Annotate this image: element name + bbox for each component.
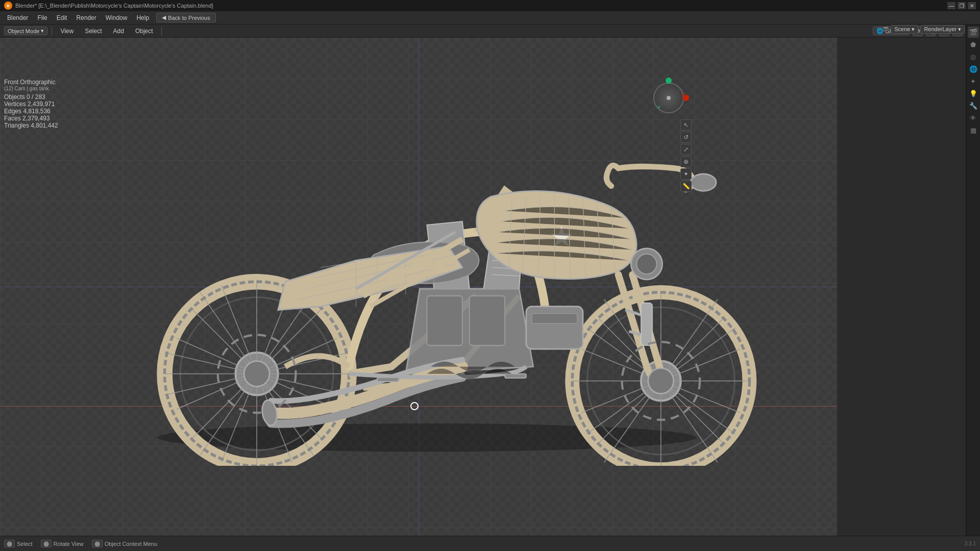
properties-icons-panel: 🎬 ⬟ ◎ 🌐 ✦ 💡 🔧 👁 ▦ (966, 24, 980, 536)
svg-rect-65 (505, 374, 526, 378)
close-button[interactable]: ✕ (968, 2, 976, 9)
bottom-toolbar: ⬤ Select ⬤ Rotate View ⬤ Object Context … (0, 536, 980, 551)
window-title: Blender* [E:\_Blender\Publish\Motorcycle… (15, 3, 213, 9)
prop-particles-icon[interactable]: 👁 (968, 112, 979, 123)
svg-rect-66 (377, 378, 399, 382)
prop-scene-icon[interactable]: 🌐 (968, 63, 979, 74)
context-menu-bottom-item[interactable]: ⬤ Object Context Menu (92, 540, 157, 547)
svg-rect-60 (532, 314, 577, 323)
object-menu[interactable]: Object (131, 27, 157, 36)
side-tool-transform[interactable]: ⊕ (680, 156, 692, 167)
nav-dot-center (667, 96, 671, 100)
svg-point-57 (637, 254, 657, 274)
titlebar: B Blender* [E:\_Blender\Publish\Motorcyc… (0, 0, 980, 11)
viewport[interactable]: ★ (0, 38, 837, 536)
svg-rect-33 (427, 296, 462, 345)
render-layer-select[interactable]: RenderLayer ▾ (920, 25, 965, 34)
select-key: ⬤ (4, 540, 15, 547)
prop-output-icon[interactable]: ⬟ (968, 39, 979, 50)
titlebar-left: B Blender* [E:\_Blender\Publish\Motorcyc… (4, 2, 213, 10)
rotate-view-bottom-item[interactable]: ⬤ Rotate View (41, 540, 84, 547)
prop-modifier-icon[interactable]: 🔧 (968, 100, 979, 111)
blender-logo: B (4, 2, 12, 10)
prop-object-icon[interactable]: 💡 (968, 88, 979, 99)
back-icon: ◀ (162, 14, 166, 21)
minimize-button[interactable]: — (947, 2, 955, 9)
object-mode-select[interactable]: Object Mode ▾ (4, 27, 47, 35)
rotate-key: ⬤ (41, 540, 52, 547)
side-tool-rotate[interactable]: ↺ (680, 132, 692, 143)
side-tool-annotate[interactable]: ✦ (680, 168, 692, 180)
menu-help[interactable]: Help (132, 13, 153, 22)
nav-x-axis-label: Y (657, 105, 660, 110)
menu-window[interactable]: Window (102, 13, 132, 22)
faces-stat: Faces 2,379,493 (4, 115, 58, 122)
svg-point-54 (691, 174, 716, 191)
side-tool-scale[interactable]: ⤢ (680, 144, 692, 155)
prop-view-layer-icon[interactable]: ◎ (968, 51, 979, 62)
motorcycle-svg: ★ (84, 97, 770, 466)
menu-render[interactable]: Render (72, 13, 100, 22)
scene-select[interactable]: Scene ▾ (891, 25, 918, 34)
prop-world-icon[interactable]: ✦ (968, 76, 979, 87)
svg-point-70 (648, 368, 674, 394)
nav-dot-top (666, 78, 672, 84)
restore-button[interactable]: ❐ (958, 2, 966, 9)
triangles-stat: Triangles 4,801,442 (4, 122, 58, 129)
separator-2 (161, 27, 162, 36)
view-menu[interactable]: View (56, 27, 78, 36)
svg-rect-34 (470, 296, 505, 345)
svg-rect-59 (526, 307, 583, 349)
context-label: Object Context Menu (105, 541, 157, 547)
select-menu[interactable]: Select (81, 27, 106, 36)
vertices-stat: Vertices 2,439,971 (4, 101, 58, 108)
separator-1 (52, 27, 52, 36)
side-tool-icons: ↖ ↺ ⤢ ⊕ ✦ 📏 (680, 119, 692, 192)
select-bottom-item[interactable]: ⬤ Select (4, 540, 33, 547)
scene-controls: 🎬 Scene ▾ RenderLayer ▾ (883, 22, 965, 36)
back-to-previous-button[interactable]: ◀ Back to Previous (156, 13, 216, 22)
side-tool-measure[interactable]: 📏 (680, 181, 692, 192)
viewport-info: Front Orthographic (12) Cam | gas tank O… (4, 79, 58, 129)
rotate-label: Rotate View (54, 541, 84, 547)
prop-physics-icon[interactable]: ▦ (968, 124, 979, 136)
menubar: Blender File Edit Render Window Help ◀ B… (0, 11, 980, 24)
3d-cursor (410, 402, 419, 410)
select-label: Select (17, 541, 33, 547)
active-object-label: (12) Cam | gas tank (4, 86, 58, 91)
add-menu[interactable]: Add (109, 27, 128, 36)
menu-file[interactable]: File (33, 13, 51, 22)
navigator-widget[interactable]: Y Z (648, 78, 689, 118)
side-tool-move[interactable]: ↖ (680, 119, 692, 131)
bottom-right: 3.3.1 (965, 541, 976, 546)
menu-blender[interactable]: Blender (3, 13, 32, 22)
prop-render-icon[interactable]: 🎬 (968, 27, 979, 38)
titlebar-controls[interactable]: — ❐ ✕ (947, 2, 976, 9)
viewport-toolbar: Object Mode ▾ View Select Add Object 🌐 G… (0, 24, 980, 38)
svg-point-69 (244, 361, 270, 387)
context-key: ⬤ (92, 540, 103, 547)
objects-stat: Objects 0 / 283 (4, 93, 58, 101)
nav-y-axis-label: Z (682, 92, 685, 97)
version-label: 3.3.1 (965, 541, 976, 546)
menu-edit[interactable]: Edit (53, 13, 71, 22)
edges-stat: Edges 4,818,536 (4, 108, 58, 115)
motorcycle-model: ★ (84, 97, 770, 466)
svg-text:★: ★ (549, 221, 574, 253)
scene-icon: 🎬 (883, 27, 889, 32)
svg-rect-64 (641, 303, 652, 345)
view-title: Front Orthographic (4, 79, 58, 86)
